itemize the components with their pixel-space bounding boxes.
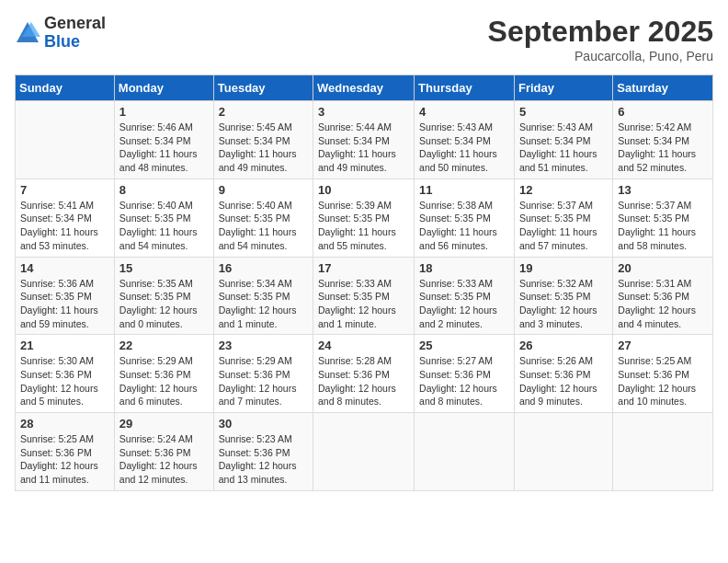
calendar-cell: 3Sunrise: 5:44 AMSunset: 5:34 PMDaylight… [313, 101, 415, 179]
title-block: September 2025 Paucarcolla, Puno, Peru [488, 15, 713, 63]
calendar-cell: 21Sunrise: 5:30 AMSunset: 5:36 PMDayligh… [16, 335, 115, 413]
calendar-cell: 30Sunrise: 5:23 AMSunset: 5:36 PMDayligh… [213, 413, 313, 491]
calendar-cell: 26Sunrise: 5:26 AMSunset: 5:36 PMDayligh… [514, 335, 612, 413]
day-number: 10 [318, 183, 409, 197]
day-number: 18 [419, 261, 509, 275]
calendar-cell: 1Sunrise: 5:46 AMSunset: 5:34 PMDaylight… [114, 101, 213, 179]
day-info: Sunrise: 5:33 AMSunset: 5:35 PMDaylight:… [318, 277, 409, 331]
day-number: 12 [519, 183, 608, 197]
calendar-cell: 23Sunrise: 5:29 AMSunset: 5:36 PMDayligh… [213, 335, 313, 413]
calendar-cell [313, 413, 415, 491]
day-info: Sunrise: 5:25 AMSunset: 5:36 PMDaylight:… [618, 354, 708, 408]
header-thursday: Thursday [415, 75, 515, 101]
day-info: Sunrise: 5:24 AMSunset: 5:36 PMDaylight:… [119, 432, 209, 487]
day-number: 24 [318, 339, 409, 352]
day-info: Sunrise: 5:34 AMSunset: 5:35 PMDaylight:… [219, 277, 308, 331]
calendar-cell: 12Sunrise: 5:37 AMSunset: 5:35 PMDayligh… [514, 178, 612, 257]
day-number: 13 [618, 183, 708, 197]
calendar-cell: 29Sunrise: 5:24 AMSunset: 5:36 PMDayligh… [114, 413, 213, 491]
page-header: General Blue September 2025 Paucarcolla,… [15, 15, 713, 63]
day-number: 4 [419, 105, 509, 119]
calendar-table: Sunday Monday Tuesday Wednesday Thursday… [15, 75, 713, 491]
calendar-week-5: 28Sunrise: 5:25 AMSunset: 5:36 PMDayligh… [16, 413, 713, 491]
header-saturday: Saturday [613, 75, 713, 101]
calendar-header: Sunday Monday Tuesday Wednesday Thursday… [16, 75, 713, 101]
logo-general: General [44, 14, 106, 32]
day-info: Sunrise: 5:41 AMSunset: 5:34 PMDaylight:… [20, 199, 109, 253]
day-info: Sunrise: 5:37 AMSunset: 5:35 PMDaylight:… [618, 199, 708, 253]
day-number: 22 [119, 339, 209, 352]
calendar-cell: 22Sunrise: 5:29 AMSunset: 5:36 PMDayligh… [114, 335, 213, 413]
calendar-cell: 11Sunrise: 5:38 AMSunset: 5:35 PMDayligh… [415, 178, 515, 257]
calendar-week-3: 14Sunrise: 5:36 AMSunset: 5:35 PMDayligh… [16, 257, 713, 335]
calendar-body: 1Sunrise: 5:46 AMSunset: 5:34 PMDaylight… [16, 101, 713, 491]
day-info: Sunrise: 5:42 AMSunset: 5:34 PMDaylight:… [618, 121, 708, 175]
month-title: September 2025 [488, 15, 713, 49]
calendar-cell: 18Sunrise: 5:33 AMSunset: 5:35 PMDayligh… [415, 257, 515, 335]
day-number: 29 [119, 417, 209, 431]
day-info: Sunrise: 5:29 AMSunset: 5:36 PMDaylight:… [119, 354, 209, 408]
calendar-cell: 7Sunrise: 5:41 AMSunset: 5:34 PMDaylight… [16, 178, 115, 257]
day-number: 2 [219, 105, 308, 119]
day-info: Sunrise: 5:40 AMSunset: 5:35 PMDaylight:… [219, 199, 308, 253]
calendar-cell: 24Sunrise: 5:28 AMSunset: 5:36 PMDayligh… [313, 335, 415, 413]
calendar-cell: 13Sunrise: 5:37 AMSunset: 5:35 PMDayligh… [613, 178, 713, 257]
calendar-cell: 15Sunrise: 5:35 AMSunset: 5:35 PMDayligh… [114, 257, 213, 335]
day-number: 27 [618, 339, 708, 352]
day-info: Sunrise: 5:37 AMSunset: 5:35 PMDaylight:… [519, 199, 608, 253]
day-number: 20 [618, 261, 708, 275]
day-number: 3 [318, 105, 409, 119]
day-number: 15 [119, 261, 209, 275]
day-number: 6 [618, 105, 708, 119]
day-info: Sunrise: 5:36 AMSunset: 5:35 PMDaylight:… [20, 277, 109, 331]
logo: General Blue [15, 15, 106, 52]
logo-text: General Blue [44, 15, 106, 52]
calendar-cell: 16Sunrise: 5:34 AMSunset: 5:35 PMDayligh… [213, 257, 313, 335]
logo-icon [15, 20, 40, 46]
calendar-cell: 6Sunrise: 5:42 AMSunset: 5:34 PMDaylight… [613, 101, 713, 179]
calendar-week-4: 21Sunrise: 5:30 AMSunset: 5:36 PMDayligh… [16, 335, 713, 413]
day-info: Sunrise: 5:27 AMSunset: 5:36 PMDaylight:… [419, 354, 509, 408]
calendar-cell: 25Sunrise: 5:27 AMSunset: 5:36 PMDayligh… [415, 335, 515, 413]
day-number: 7 [20, 183, 109, 197]
day-number: 25 [419, 339, 509, 352]
calendar-cell [415, 413, 515, 491]
header-wednesday: Wednesday [313, 75, 415, 101]
header-sunday: Sunday [16, 75, 115, 101]
day-info: Sunrise: 5:44 AMSunset: 5:34 PMDaylight:… [318, 121, 409, 175]
calendar-cell: 17Sunrise: 5:33 AMSunset: 5:35 PMDayligh… [313, 257, 415, 335]
day-info: Sunrise: 5:26 AMSunset: 5:36 PMDaylight:… [519, 354, 608, 408]
day-info: Sunrise: 5:23 AMSunset: 5:36 PMDaylight:… [219, 432, 308, 487]
day-number: 28 [20, 417, 109, 431]
day-info: Sunrise: 5:30 AMSunset: 5:36 PMDaylight:… [20, 354, 109, 408]
day-info: Sunrise: 5:29 AMSunset: 5:36 PMDaylight:… [219, 354, 308, 408]
day-number: 21 [20, 339, 109, 352]
day-info: Sunrise: 5:33 AMSunset: 5:35 PMDaylight:… [419, 277, 509, 331]
day-number: 5 [519, 105, 608, 119]
calendar-cell: 19Sunrise: 5:32 AMSunset: 5:35 PMDayligh… [514, 257, 612, 335]
header-monday: Monday [114, 75, 213, 101]
day-number: 11 [419, 183, 509, 197]
day-number: 14 [20, 261, 109, 275]
day-number: 26 [519, 339, 608, 352]
day-number: 8 [119, 183, 209, 197]
day-info: Sunrise: 5:38 AMSunset: 5:35 PMDaylight:… [419, 199, 509, 253]
logo-blue: Blue [44, 32, 80, 51]
day-info: Sunrise: 5:46 AMSunset: 5:34 PMDaylight:… [119, 121, 209, 175]
calendar-cell [16, 101, 115, 179]
calendar-cell: 20Sunrise: 5:31 AMSunset: 5:36 PMDayligh… [613, 257, 713, 335]
day-info: Sunrise: 5:43 AMSunset: 5:34 PMDaylight:… [519, 121, 608, 175]
day-info: Sunrise: 5:31 AMSunset: 5:36 PMDaylight:… [618, 277, 708, 331]
day-number: 16 [219, 261, 308, 275]
day-number: 23 [219, 339, 308, 352]
calendar-week-1: 1Sunrise: 5:46 AMSunset: 5:34 PMDaylight… [16, 101, 713, 179]
header-row: Sunday Monday Tuesday Wednesday Thursday… [16, 75, 713, 101]
calendar-cell: 8Sunrise: 5:40 AMSunset: 5:35 PMDaylight… [114, 178, 213, 257]
calendar-cell: 28Sunrise: 5:25 AMSunset: 5:36 PMDayligh… [16, 413, 115, 491]
day-info: Sunrise: 5:25 AMSunset: 5:36 PMDaylight:… [20, 432, 109, 487]
day-number: 30 [219, 417, 308, 431]
calendar-cell: 14Sunrise: 5:36 AMSunset: 5:35 PMDayligh… [16, 257, 115, 335]
day-info: Sunrise: 5:39 AMSunset: 5:35 PMDaylight:… [318, 199, 409, 253]
calendar-cell: 5Sunrise: 5:43 AMSunset: 5:34 PMDaylight… [514, 101, 612, 179]
calendar-cell: 27Sunrise: 5:25 AMSunset: 5:36 PMDayligh… [613, 335, 713, 413]
